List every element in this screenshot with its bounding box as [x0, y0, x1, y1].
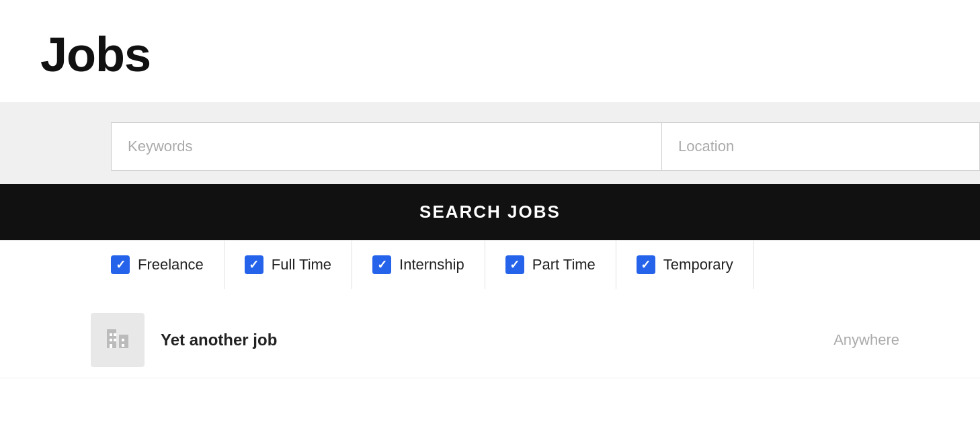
job-location: Anywhere: [833, 331, 940, 349]
table-row[interactable]: Yet another job Anywhere: [0, 302, 980, 378]
filter-temporary[interactable]: ✓ Temporary: [616, 241, 754, 289]
parttime-checkbox[interactable]: ✓: [505, 255, 524, 274]
svg-rect-6: [122, 339, 124, 341]
keywords-input[interactable]: [111, 122, 662, 171]
location-input[interactable]: [662, 122, 980, 171]
fulltime-label: Full Time: [272, 256, 331, 273]
check-icon: ✓: [116, 259, 126, 271]
keywords-input-wrap: [111, 122, 662, 171]
svg-rect-3: [110, 339, 112, 341]
job-logo: [91, 313, 145, 367]
filter-parttime[interactable]: ✓ Part Time: [485, 241, 616, 289]
filter-internship[interactable]: ✓ Internship: [352, 241, 485, 289]
check-icon: ✓: [249, 259, 259, 271]
page-title: Jobs: [40, 27, 940, 82]
job-info: Yet another job: [161, 331, 833, 349]
svg-rect-2: [110, 333, 112, 336]
building-icon: [104, 324, 131, 357]
check-icon: ✓: [509, 259, 520, 271]
filter-freelance[interactable]: ✓ Freelance: [91, 241, 224, 289]
filters-section: ✓ Freelance ✓ Full Time ✓ Internship ✓ P…: [0, 240, 980, 289]
check-icon: ✓: [641, 259, 651, 271]
filter-fulltime[interactable]: ✓ Full Time: [224, 241, 352, 289]
freelance-checkbox[interactable]: ✓: [111, 255, 130, 274]
svg-rect-7: [122, 344, 124, 347]
search-button-wrap: SEARCH JOBS: [0, 184, 980, 240]
temporary-label: Temporary: [663, 256, 733, 273]
check-icon: ✓: [377, 259, 387, 271]
svg-rect-8: [110, 344, 112, 348]
page-header: Jobs: [0, 0, 980, 102]
internship-checkbox[interactable]: ✓: [372, 255, 391, 274]
svg-rect-5: [114, 339, 116, 341]
search-inputs: [0, 122, 980, 184]
location-input-wrap: [662, 122, 980, 171]
parttime-label: Part Time: [532, 256, 596, 273]
freelance-label: Freelance: [138, 256, 204, 273]
internship-label: Internship: [399, 256, 464, 273]
job-title: Yet another job: [161, 331, 833, 349]
search-jobs-button[interactable]: SEARCH JOBS: [0, 184, 980, 240]
temporary-checkbox[interactable]: ✓: [637, 255, 655, 274]
search-section: SEARCH JOBS: [0, 102, 980, 240]
svg-rect-4: [114, 333, 116, 336]
fulltime-checkbox[interactable]: ✓: [245, 255, 263, 274]
job-listing-section: Yet another job Anywhere: [0, 289, 980, 392]
